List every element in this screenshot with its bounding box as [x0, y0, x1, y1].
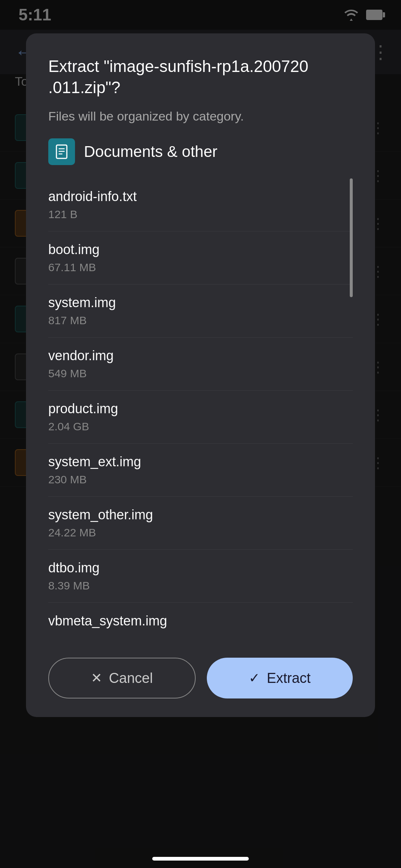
file-item: vbmeta_system.img	[48, 603, 353, 643]
file-size: 67.11 MB	[48, 261, 353, 274]
scrollbar-track[interactable]	[350, 178, 353, 643]
file-name: system.img	[48, 295, 353, 310]
cancel-label: Cancel	[109, 670, 153, 686]
file-size: 2.04 GB	[48, 420, 353, 433]
file-size: 121 B	[48, 208, 353, 221]
file-size: 817 MB	[48, 314, 353, 327]
file-name: product.img	[48, 401, 353, 417]
scrollbar-thumb[interactable]	[350, 178, 353, 297]
file-name: system_ext.img	[48, 454, 353, 470]
dialog-title: Extract "image-sunfish-rp1a.200720 .011.…	[48, 56, 353, 98]
file-name: vendor.img	[48, 348, 353, 364]
extract-button[interactable]: ✓ Extract	[207, 658, 353, 698]
file-size: 8.39 MB	[48, 579, 353, 592]
extract-label: Extract	[267, 670, 310, 686]
file-item: boot.img67.11 MB	[48, 231, 353, 285]
file-size: 230 MB	[48, 473, 353, 486]
category-header: Documents & other	[48, 138, 353, 165]
file-size: 24.22 MB	[48, 526, 353, 539]
file-item: system.img817 MB	[48, 285, 353, 338]
file-item: system_other.img24.22 MB	[48, 497, 353, 550]
document-icon	[53, 144, 70, 160]
file-item: dtbo.img8.39 MB	[48, 550, 353, 603]
file-name: system_other.img	[48, 507, 353, 523]
file-item: product.img2.04 GB	[48, 391, 353, 444]
file-name: boot.img	[48, 242, 353, 257]
cancel-x-icon: ✕	[91, 670, 102, 686]
file-list: android-info.txt121 Bboot.img67.11 MBsys…	[48, 178, 353, 643]
file-list-container: android-info.txt121 Bboot.img67.11 MBsys…	[48, 178, 353, 643]
documents-category-icon	[48, 138, 75, 165]
file-name: android-info.txt	[48, 189, 353, 204]
category-label: Documents & other	[84, 143, 218, 161]
file-size: 549 MB	[48, 367, 353, 380]
dialog-subtitle: Files will be organized by category.	[48, 109, 353, 124]
home-indicator	[152, 857, 249, 861]
file-item: android-info.txt121 B	[48, 178, 353, 231]
extract-dialog: Extract "image-sunfish-rp1a.200720 .011.…	[26, 33, 375, 717]
file-item: vendor.img549 MB	[48, 338, 353, 391]
file-name: vbmeta_system.img	[48, 613, 353, 629]
file-item: system_ext.img230 MB	[48, 444, 353, 497]
file-name: dtbo.img	[48, 560, 353, 576]
dialog-buttons: ✕ Cancel ✓ Extract	[48, 658, 353, 698]
cancel-button[interactable]: ✕ Cancel	[48, 658, 196, 698]
extract-check-icon: ✓	[249, 670, 260, 686]
